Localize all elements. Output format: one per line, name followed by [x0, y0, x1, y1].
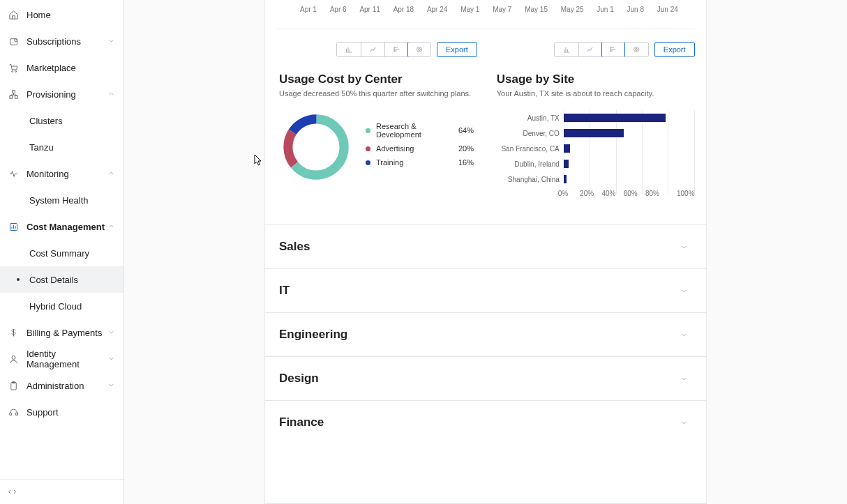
x-tick: Jun 24 — [657, 6, 678, 13]
x-tick: 0% — [558, 190, 580, 197]
card-subtitle: Usage decreased 50% this quarter after s… — [279, 89, 477, 98]
bar-fill — [564, 160, 569, 168]
provisioning-icon — [8, 89, 19, 100]
chevron-down-icon — [107, 37, 115, 45]
svg-point-21 — [636, 49, 638, 51]
chart-type-toggle — [554, 42, 649, 57]
chevron-down-icon — [107, 328, 115, 336]
chart-type-line[interactable] — [578, 43, 602, 56]
subscriptions-icon — [8, 36, 19, 47]
sidebar-item-support[interactable]: Support — [0, 399, 123, 425]
card-title: Usage by Site — [497, 72, 695, 86]
donut-icon — [415, 45, 423, 54]
bar-horiz-icon — [609, 45, 617, 54]
svg-rect-11 — [9, 413, 11, 415]
legend-dot-icon — [366, 128, 370, 133]
accordion-it[interactable]: IT — [265, 268, 706, 312]
chart-type-donut[interactable] — [624, 43, 648, 56]
export-button[interactable]: Export — [654, 42, 695, 57]
x-tick: May 1 — [460, 6, 479, 13]
bar-vert-icon — [345, 45, 353, 54]
sidebar-subitem-cost-details[interactable]: Cost Details — [0, 266, 123, 293]
export-button[interactable]: Export — [437, 42, 477, 57]
chart-type-bar-vert[interactable] — [337, 43, 361, 56]
sidebar-item-identity-management[interactable]: Identity Management — [0, 346, 123, 372]
chevron-down-icon — [680, 375, 688, 383]
sidebar-collapse-toggle[interactable] — [0, 479, 123, 504]
bar-label: Austin, TX — [497, 114, 564, 122]
chart-type-line[interactable] — [361, 43, 384, 56]
sidebar-item-subscriptions[interactable]: Subscriptions — [0, 28, 123, 54]
chevron-down-icon — [680, 243, 688, 251]
legend-item: Advertising20% — [366, 144, 474, 153]
sidebar-item-label: Cost Management — [27, 222, 107, 232]
usage-cost-by-center-card: Export Usage Cost by Center Usage decrea… — [279, 42, 477, 208]
accordion-label: IT — [279, 284, 290, 298]
x-tick: Jun 1 — [597, 6, 613, 13]
svg-rect-6 — [15, 96, 17, 98]
svg-point-2 — [11, 70, 13, 72]
sidebar-subitem-clusters[interactable]: Clusters — [0, 107, 123, 134]
sidebar-item-billing-payments[interactable]: Billing & Payments — [0, 319, 123, 346]
sidebar-item-administration[interactable]: Administration — [0, 372, 123, 399]
identity-icon — [8, 354, 19, 365]
legend-dot-icon — [366, 160, 370, 165]
x-tick: May 25 — [561, 6, 584, 13]
bar-vert-icon — [562, 45, 571, 54]
x-tick: 20% — [580, 190, 601, 197]
chevron-down-icon — [680, 331, 688, 339]
chart-type-bar-horiz[interactable] — [601, 42, 625, 57]
accordion-label: Sales — [279, 240, 310, 254]
legend-item: Training16% — [366, 158, 474, 167]
chart-type-bar-horiz[interactable] — [384, 43, 408, 56]
sidebar-item-label: Billing & Payments — [27, 328, 107, 338]
x-tick: May 7 — [493, 6, 511, 13]
sidebar-item-home[interactable]: Home — [0, 1, 123, 28]
line-icon — [369, 45, 377, 54]
sidebar-item-label: Identity Management — [27, 349, 107, 369]
svg-rect-12 — [15, 413, 17, 415]
sidebar: HomeSubscriptionsMarketplaceProvisioning… — [0, 0, 124, 504]
bar-fill — [564, 175, 567, 183]
accordion-finance[interactable]: Finance — [265, 400, 706, 444]
bar-label: Shanghai, China — [497, 176, 564, 183]
svg-point-16 — [419, 49, 421, 51]
chart-type-donut[interactable] — [407, 42, 431, 57]
svg-rect-0 — [10, 38, 17, 45]
chevron-up-icon — [107, 90, 115, 98]
bar-fill — [564, 114, 666, 122]
sidebar-item-provisioning[interactable]: Provisioning — [0, 81, 123, 107]
accordion-label: Design — [279, 372, 319, 385]
svg-point-3 — [15, 70, 16, 72]
accordion-engineering[interactable]: Engineering — [265, 312, 706, 356]
cost-details-panel: $200k $100k Apr 1Apr 6Apr 11Apr 18Apr 24… — [264, 0, 707, 504]
cart-icon — [8, 63, 19, 73]
card-subtitle: Your Austin, TX site is about to reach c… — [497, 89, 695, 98]
accordion-label: Engineering — [279, 328, 347, 342]
home-icon — [8, 10, 19, 20]
accordion-sales[interactable]: Sales — [265, 224, 706, 268]
sidebar-item-label: Provisioning — [27, 89, 107, 100]
monitoring-icon — [8, 169, 19, 179]
sidebar-subitem-hybrid-cloud[interactable]: Hybrid Cloud — [0, 293, 123, 319]
donut-chart-icon — [279, 110, 353, 184]
x-tick: Apr 1 — [300, 6, 317, 13]
sidebar-subitem-cost-summary[interactable]: Cost Summary — [0, 240, 123, 266]
sidebar-subitem-tanzu[interactable]: Tanzu — [0, 134, 123, 160]
sidebar-item-cost-management[interactable]: Cost Management — [0, 213, 123, 240]
sidebar-item-label: Administration — [27, 381, 107, 391]
chevron-down-icon — [680, 287, 688, 295]
legend-value: 16% — [458, 158, 474, 167]
cost-mgmt-icon — [8, 222, 19, 232]
legend-item: Research & Development64% — [366, 122, 474, 139]
accordion-design[interactable]: Design — [265, 356, 706, 400]
bar-label: San Francisco, CA — [497, 145, 564, 153]
legend-label: Research & Development — [376, 122, 458, 139]
headset-icon — [8, 407, 19, 418]
sidebar-item-monitoring[interactable]: Monitoring — [0, 160, 123, 187]
chevron-up-icon — [107, 222, 115, 230]
sidebar-subitem-system-health[interactable]: System Health — [0, 187, 123, 213]
svg-rect-5 — [9, 96, 12, 98]
sidebar-item-marketplace[interactable]: Marketplace — [0, 54, 123, 81]
chart-type-bar-vert[interactable] — [555, 43, 578, 56]
